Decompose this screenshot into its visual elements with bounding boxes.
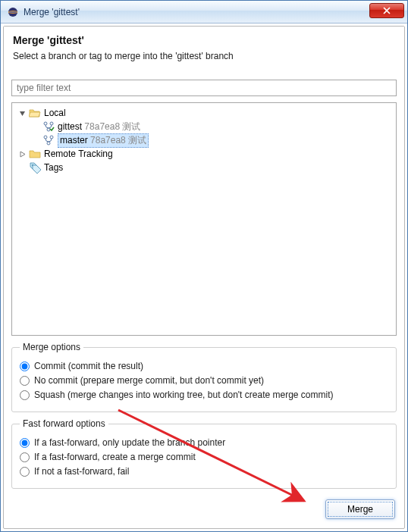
ff-options-group: Fast forward options If a fast-forward, … (11, 418, 397, 489)
chevron-right-icon[interactable] (17, 149, 27, 159)
merge-button[interactable]: Merge (325, 499, 395, 519)
radio-nocommit[interactable]: No commit (prepare merge commit, but don… (20, 375, 388, 386)
chevron-down-icon[interactable] (17, 108, 27, 118)
radio-input[interactable] (20, 376, 30, 386)
window-title: Merge 'gittest' (24, 7, 369, 17)
tree-label: Local (44, 108, 66, 118)
radio-ff-update[interactable]: If a fast-forward, only update the branc… (20, 437, 388, 448)
radio-input[interactable] (20, 438, 30, 448)
radio-commit[interactable]: Commit (commit the result) (20, 361, 388, 371)
svg-point-8 (47, 142, 50, 145)
radio-squash[interactable]: Squash (merge changes into working tree,… (20, 390, 388, 400)
content: Local gittest 78a7ea8 测试 (4, 75, 404, 528)
svg-point-7 (50, 136, 53, 139)
button-row: Merge (11, 495, 397, 521)
close-button[interactable] (369, 3, 404, 18)
close-icon (383, 7, 391, 14)
tree-label-selected: master 78a7ea8 测试 (58, 133, 149, 148)
branch-hash: 78a7ea8 (90, 135, 126, 146)
folder-open-icon (29, 107, 41, 119)
tree-label: Remote Tracking (44, 149, 113, 159)
branch-name: gittest (58, 121, 82, 132)
branch-checked-icon (42, 120, 55, 133)
svg-point-5 (47, 128, 50, 131)
radio-label: No commit (prepare merge commit, but don… (34, 375, 264, 386)
inner-frame: Merge 'gittest' Select a branch or tag t… (3, 26, 405, 529)
radio-label: If not a fast-forward, fail (34, 466, 129, 477)
radio-ff-fail[interactable]: If not a fast-forward, fail (20, 466, 388, 477)
tree-branch-gittest[interactable]: gittest 78a7ea8 测试 (14, 120, 394, 133)
tree-label: gittest 78a7ea8 测试 (58, 120, 140, 133)
radio-label: Squash (merge changes into working tree,… (34, 390, 333, 400)
radio-label: If a fast-forward, create a merge commit (34, 452, 196, 462)
tree-branch-master[interactable]: master 78a7ea8 测试 (14, 133, 394, 147)
merge-options-group: Merge options Commit (commit the result)… (11, 342, 397, 412)
radio-ff-merge[interactable]: If a fast-forward, create a merge commit (20, 452, 388, 462)
branch-name: master (60, 135, 88, 146)
page-description: Select a branch or tag to merge into the… (13, 51, 395, 61)
svg-point-6 (44, 136, 47, 139)
header: Merge 'gittest' Select a branch or tag t… (4, 27, 404, 75)
tags-icon (29, 161, 41, 174)
svg-rect-2 (9, 11, 17, 12)
ff-options-legend: Fast forward options (20, 418, 108, 429)
branch-tree[interactable]: Local gittest 78a7ea8 测试 (11, 102, 397, 336)
page-title: Merge 'gittest' (13, 34, 395, 46)
svg-point-3 (44, 122, 47, 125)
eclipse-icon (7, 6, 19, 18)
tree-node-local[interactable]: Local (14, 106, 394, 120)
folder-icon (29, 148, 41, 160)
branch-icon (42, 134, 55, 146)
branch-hash: 78a7ea8 (84, 121, 120, 132)
radio-input[interactable] (20, 452, 30, 462)
radio-input[interactable] (20, 361, 30, 371)
dialog-window: Merge 'gittest' Merge 'gittest' Select a… (0, 0, 408, 532)
svg-point-4 (50, 122, 53, 125)
titlebar[interactable]: Merge 'gittest' (1, 1, 407, 23)
tree-node-remote[interactable]: Remote Tracking (14, 147, 394, 161)
client-area: Merge 'gittest' Select a branch or tag t… (1, 23, 407, 531)
radio-label: If a fast-forward, only update the branc… (34, 437, 225, 448)
merge-options-legend: Merge options (20, 342, 83, 352)
radio-label: Commit (commit the result) (34, 361, 143, 371)
filter-input[interactable] (11, 80, 397, 96)
branch-msg: 测试 (128, 135, 146, 146)
radio-input[interactable] (20, 467, 30, 477)
branch-msg: 测试 (122, 121, 140, 132)
tree-node-tags[interactable]: Tags (14, 161, 394, 174)
radio-input[interactable] (20, 390, 30, 400)
tree-label: Tags (44, 162, 63, 173)
